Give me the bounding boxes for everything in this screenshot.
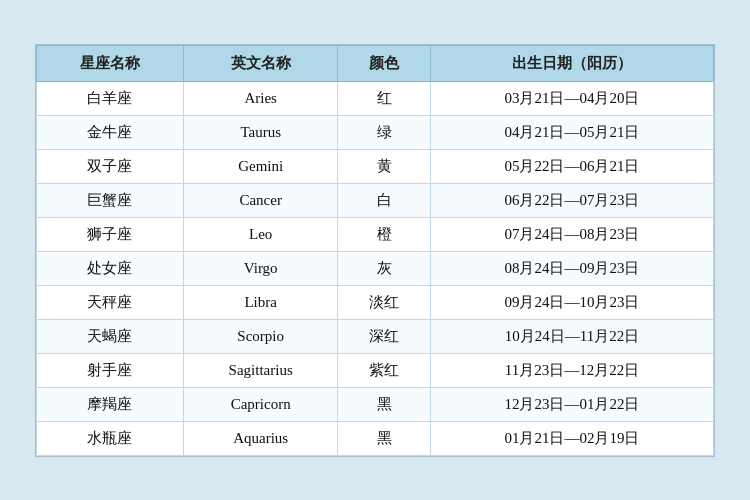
table-cell-0-1: Aries xyxy=(183,81,338,115)
table-cell-10-3: 01月21日—02月19日 xyxy=(430,421,713,455)
table-cell-0-2: 红 xyxy=(338,81,431,115)
table-cell-10-0: 水瓶座 xyxy=(37,421,184,455)
zodiac-table-container: 星座名称英文名称颜色出生日期（阳历） 白羊座Aries红03月21日—04月20… xyxy=(35,44,715,457)
table-cell-3-2: 白 xyxy=(338,183,431,217)
table-cell-9-2: 黑 xyxy=(338,387,431,421)
table-cell-5-1: Virgo xyxy=(183,251,338,285)
table-cell-9-1: Capricorn xyxy=(183,387,338,421)
zodiac-table: 星座名称英文名称颜色出生日期（阳历） 白羊座Aries红03月21日—04月20… xyxy=(36,45,714,456)
table-cell-5-0: 处女座 xyxy=(37,251,184,285)
table-cell-4-2: 橙 xyxy=(338,217,431,251)
table-cell-1-2: 绿 xyxy=(338,115,431,149)
column-header-1: 英文名称 xyxy=(183,45,338,81)
table-cell-6-2: 淡红 xyxy=(338,285,431,319)
table-cell-2-2: 黄 xyxy=(338,149,431,183)
column-header-0: 星座名称 xyxy=(37,45,184,81)
table-cell-4-1: Leo xyxy=(183,217,338,251)
table-cell-7-1: Scorpio xyxy=(183,319,338,353)
table-cell-6-0: 天秤座 xyxy=(37,285,184,319)
table-cell-10-2: 黑 xyxy=(338,421,431,455)
table-row: 射手座Sagittarius紫红11月23日—12月22日 xyxy=(37,353,714,387)
table-cell-0-0: 白羊座 xyxy=(37,81,184,115)
table-row: 天秤座Libra淡红09月24日—10月23日 xyxy=(37,285,714,319)
table-row: 水瓶座Aquarius黑01月21日—02月19日 xyxy=(37,421,714,455)
table-cell-9-0: 摩羯座 xyxy=(37,387,184,421)
column-header-3: 出生日期（阳历） xyxy=(430,45,713,81)
table-cell-0-3: 03月21日—04月20日 xyxy=(430,81,713,115)
table-row: 金牛座Taurus绿04月21日—05月21日 xyxy=(37,115,714,149)
table-cell-4-3: 07月24日—08月23日 xyxy=(430,217,713,251)
table-cell-1-0: 金牛座 xyxy=(37,115,184,149)
table-cell-7-2: 深红 xyxy=(338,319,431,353)
table-cell-8-2: 紫红 xyxy=(338,353,431,387)
table-cell-8-1: Sagittarius xyxy=(183,353,338,387)
table-cell-6-1: Libra xyxy=(183,285,338,319)
table-row: 巨蟹座Cancer白06月22日—07月23日 xyxy=(37,183,714,217)
table-cell-8-0: 射手座 xyxy=(37,353,184,387)
table-cell-2-3: 05月22日—06月21日 xyxy=(430,149,713,183)
table-cell-2-0: 双子座 xyxy=(37,149,184,183)
table-cell-1-3: 04月21日—05月21日 xyxy=(430,115,713,149)
table-cell-3-1: Cancer xyxy=(183,183,338,217)
table-cell-3-3: 06月22日—07月23日 xyxy=(430,183,713,217)
table-cell-2-1: Gemini xyxy=(183,149,338,183)
table-header-row: 星座名称英文名称颜色出生日期（阳历） xyxy=(37,45,714,81)
table-cell-10-1: Aquarius xyxy=(183,421,338,455)
table-row: 摩羯座Capricorn黑12月23日—01月22日 xyxy=(37,387,714,421)
table-row: 狮子座Leo橙07月24日—08月23日 xyxy=(37,217,714,251)
table-row: 天蝎座Scorpio深红10月24日—11月22日 xyxy=(37,319,714,353)
table-cell-8-3: 11月23日—12月22日 xyxy=(430,353,713,387)
table-cell-1-1: Taurus xyxy=(183,115,338,149)
table-row: 双子座Gemini黄05月22日—06月21日 xyxy=(37,149,714,183)
table-cell-6-3: 09月24日—10月23日 xyxy=(430,285,713,319)
table-cell-5-3: 08月24日—09月23日 xyxy=(430,251,713,285)
table-row: 处女座Virgo灰08月24日—09月23日 xyxy=(37,251,714,285)
table-cell-9-3: 12月23日—01月22日 xyxy=(430,387,713,421)
column-header-2: 颜色 xyxy=(338,45,431,81)
table-cell-3-0: 巨蟹座 xyxy=(37,183,184,217)
table-body: 白羊座Aries红03月21日—04月20日金牛座Taurus绿04月21日—0… xyxy=(37,81,714,455)
table-cell-4-0: 狮子座 xyxy=(37,217,184,251)
table-cell-7-3: 10月24日—11月22日 xyxy=(430,319,713,353)
table-row: 白羊座Aries红03月21日—04月20日 xyxy=(37,81,714,115)
table-cell-7-0: 天蝎座 xyxy=(37,319,184,353)
table-cell-5-2: 灰 xyxy=(338,251,431,285)
